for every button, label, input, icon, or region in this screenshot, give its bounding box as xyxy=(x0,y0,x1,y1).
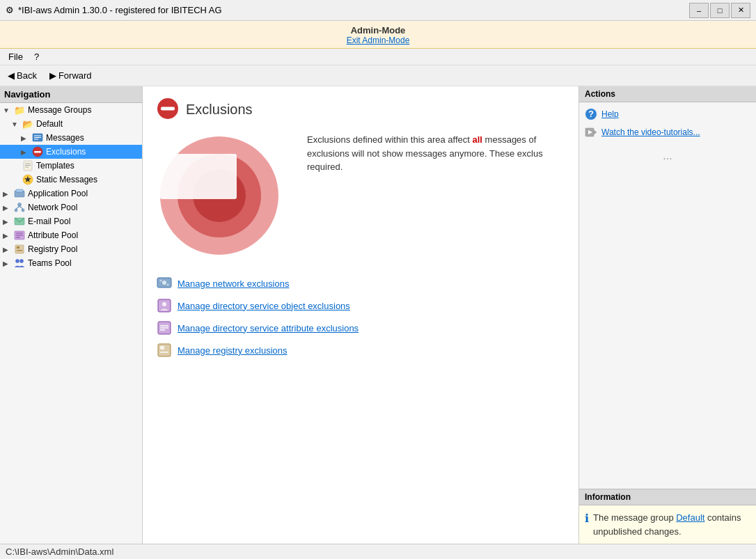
information-content: ℹ The message group Default contains unp… xyxy=(579,505,756,544)
expand-icon: ▶ xyxy=(3,190,11,198)
svg-rect-25 xyxy=(17,246,19,249)
svg-point-28 xyxy=(20,260,24,263)
sidebar-item-registry-pool[interactable]: ▶ Registry Pool xyxy=(0,242,142,256)
app-pool-icon xyxy=(14,188,25,199)
svg-text:?: ? xyxy=(588,109,594,119)
sidebar-item-attribute-pool[interactable]: ▶ Attribute Pool xyxy=(0,228,142,242)
sidebar-item-messages[interactable]: ▶ Messages xyxy=(0,131,142,145)
teams-pool-icon xyxy=(14,258,25,269)
expand-icon: ▶ xyxy=(3,232,11,239)
expand-icon: ▼ xyxy=(11,120,19,128)
manage-network-exclusions-item[interactable]: Manage network exclusions xyxy=(157,276,565,291)
svg-marker-51 xyxy=(594,130,597,134)
sidebar-item-templates[interactable]: Templates xyxy=(0,159,142,173)
svg-point-38 xyxy=(167,284,169,286)
sidebar-item-network-pool[interactable]: ▶ Network Pool xyxy=(0,200,142,214)
forward-arrow-icon: ▶ xyxy=(49,70,56,81)
back-arrow-icon: ◀ xyxy=(8,70,15,81)
manage-dir-obj-exclusions-item[interactable]: Manage directory service object exclusio… xyxy=(157,298,565,313)
info-icon: ℹ xyxy=(585,512,589,525)
sidebar-header: Navigation xyxy=(0,86,142,103)
sidebar-item-message-groups[interactable]: ▼ 📁 Message Groups xyxy=(0,103,142,117)
manage-dir-attr-exclusions-item[interactable]: Manage directory service attribute exclu… xyxy=(157,320,565,336)
video-action[interactable]: Watch the video-tutorials... xyxy=(585,126,750,139)
video-link[interactable]: Watch the video-tutorials... xyxy=(601,127,700,137)
sidebar-item-exclusions[interactable]: ▶ Exclusions xyxy=(0,145,142,159)
close-button[interactable]: ✕ xyxy=(731,3,750,18)
window-title: *IBI-aws Admin 1.30.0 - registered for I… xyxy=(18,5,222,15)
expand-icon: ▶ xyxy=(3,260,11,267)
registry-exclusions-icon xyxy=(157,343,172,358)
expand-icon: ▶ xyxy=(3,218,11,226)
admin-banner: Admin-Mode Exit Admin-Mode xyxy=(0,21,756,49)
dir-obj-exclusions-icon xyxy=(157,298,172,313)
messages-icon xyxy=(32,132,43,143)
svg-rect-46 xyxy=(160,346,164,349)
help-link[interactable]: Help xyxy=(601,109,619,119)
sidebar-item-default[interactable]: ▼ 📂 Default xyxy=(0,117,142,131)
expand-icon: ▶ xyxy=(21,134,29,142)
forward-label: Forward xyxy=(58,70,92,81)
dir-attr-exclusions-link[interactable]: Manage directory service attribute exclu… xyxy=(178,323,359,333)
back-button[interactable]: ◀ Back xyxy=(3,68,42,83)
sidebar-item-teams-pool[interactable]: ▶ Teams Pool xyxy=(0,256,142,270)
help-action[interactable]: ? Help xyxy=(585,108,750,120)
sidebar-item-application-pool[interactable]: ▶ Application Pool xyxy=(0,187,142,200)
title-bar: ⚙ *IBI-aws Admin 1.30.0 - registered for… xyxy=(0,0,756,21)
registry-exclusions-link[interactable]: Manage registry exclusions xyxy=(178,345,288,356)
help-icon: ? xyxy=(585,108,597,120)
svg-point-16 xyxy=(22,209,24,212)
exit-admin-link[interactable]: Exit Admin-Mode xyxy=(0,36,756,45)
links-list: Manage network exclusions Manage directo… xyxy=(157,276,565,358)
tree-label: Registry Pool xyxy=(28,244,77,254)
main-layout: Navigation ▼ 📁 Message Groups ▼ 📂 Defaul… xyxy=(0,86,756,544)
folder-icon: 📂 xyxy=(22,118,33,129)
menu-file[interactable]: File xyxy=(3,50,29,63)
dots-separator: ··· xyxy=(579,150,756,168)
information-section: Information ℹ The message group Default … xyxy=(579,489,756,544)
maximize-button[interactable]: □ xyxy=(710,3,730,18)
templates-icon xyxy=(22,160,33,171)
sidebar-item-email-pool[interactable]: ▶ E-mail Pool xyxy=(0,214,142,228)
tree-label: Exclusions xyxy=(46,147,86,157)
video-icon xyxy=(585,126,597,139)
svg-rect-26 xyxy=(17,250,22,251)
svg-line-17 xyxy=(16,207,19,210)
page-description: Exclusions defined within this area affe… xyxy=(307,133,565,262)
static-messages-icon: ★ xyxy=(22,174,33,185)
svg-rect-47 xyxy=(160,352,168,353)
tree-label: E-mail Pool xyxy=(28,216,70,226)
tree-label: Application Pool xyxy=(28,189,88,198)
decorative-image xyxy=(157,133,282,255)
status-path: C:\IBI-aws\Admin\Data.xml xyxy=(6,546,113,557)
svg-rect-45 xyxy=(158,344,171,356)
default-link[interactable]: Default xyxy=(676,512,704,523)
actions-content: ? Help Watch the vi xyxy=(579,102,756,150)
expand-icon: ▶ xyxy=(21,148,29,156)
information-text: The message group Default contains unpub… xyxy=(593,511,750,538)
registry-pool-icon xyxy=(14,244,25,255)
forward-button[interactable]: ▶ Forward xyxy=(45,68,97,83)
manage-registry-exclusions-item[interactable]: Manage registry exclusions xyxy=(157,343,565,358)
minimize-button[interactable]: – xyxy=(689,3,709,18)
svg-rect-13 xyxy=(16,189,23,192)
expand-icon: ▶ xyxy=(3,204,11,212)
attribute-pool-icon xyxy=(14,230,25,241)
sidebar-tree: ▼ 📁 Message Groups ▼ 📂 Default ▶ xyxy=(0,103,142,544)
sidebar-item-static-messages[interactable]: ★ Static Messages xyxy=(0,173,142,187)
folder-icon: 📁 xyxy=(14,104,25,116)
sidebar: Navigation ▼ 📁 Message Groups ▼ 📂 Defaul… xyxy=(0,86,143,544)
network-exclusions-link[interactable]: Manage network exclusions xyxy=(178,278,289,289)
svg-line-18 xyxy=(19,207,23,210)
svg-rect-30 xyxy=(161,107,175,111)
dir-obj-exclusions-link[interactable]: Manage directory service object exclusio… xyxy=(178,301,350,311)
page-title: Exclusions xyxy=(186,102,253,118)
info-prefix: The message group xyxy=(593,512,676,523)
svg-rect-5 xyxy=(34,151,41,153)
right-panel: Actions ? Help xyxy=(578,86,756,544)
tree-label: Network Pool xyxy=(28,203,77,212)
menu-help[interactable]: ? xyxy=(29,50,45,63)
page-header: Exclusions xyxy=(157,97,565,122)
actions-header: Actions xyxy=(579,86,756,102)
information-header: Information xyxy=(579,489,756,505)
